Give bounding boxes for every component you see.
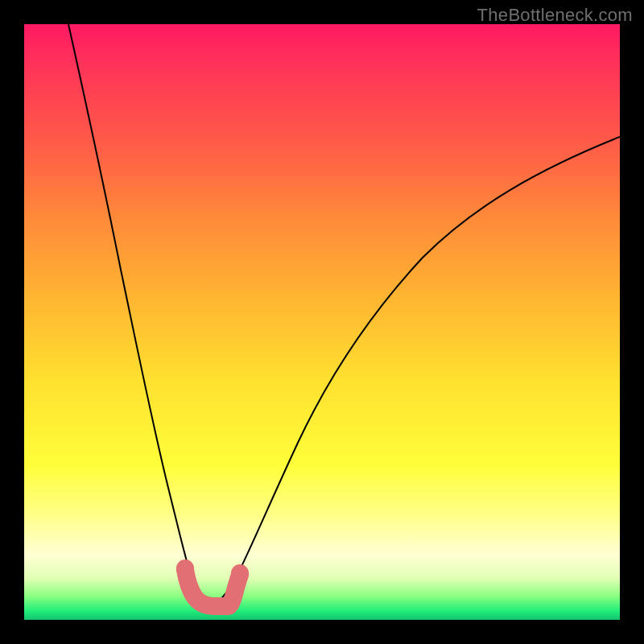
marker-dot-left (176, 559, 194, 577)
chart-svg (24, 24, 620, 620)
left-curve (68, 24, 211, 605)
chart-frame (24, 24, 620, 620)
watermark-text: TheBottleneck.com (477, 5, 633, 26)
right-curve (211, 137, 620, 605)
marker-dot-right (231, 564, 249, 582)
